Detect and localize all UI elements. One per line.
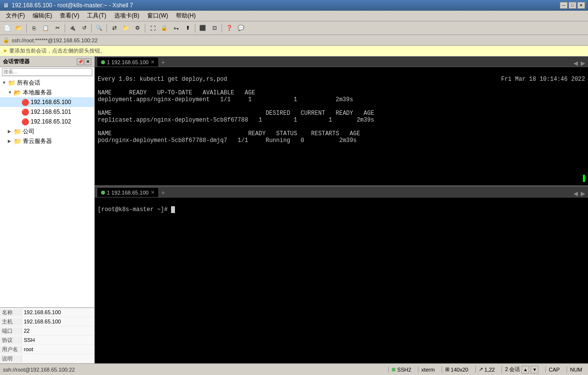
lower-tab-active[interactable]: 1 192.168.65.100 ✕ bbox=[97, 187, 159, 197]
upper-tab-close[interactable]: ✕ bbox=[151, 59, 155, 65]
copy-button[interactable]: ⎘ bbox=[29, 23, 39, 34]
menu-window[interactable]: 窗口(W) bbox=[143, 11, 172, 21]
lower-tab-bar: 1 192.168.65.100 ✕ + ◀ ▶ bbox=[95, 187, 588, 197]
info-host-value: 192.168.65.100 bbox=[22, 319, 63, 324]
split-button[interactable]: ⊡ bbox=[209, 23, 220, 34]
tree-all-sessions[interactable]: ▼ 📁 所有会话 bbox=[0, 78, 94, 88]
h1-uptodate: UP-TO-DATE bbox=[157, 89, 192, 96]
lower-tab-add[interactable]: + bbox=[159, 188, 168, 197]
sftp-button[interactable]: 📁 bbox=[121, 23, 131, 34]
menu-help[interactable]: 帮助(H) bbox=[172, 11, 200, 21]
info-protocol-row: 协议 SSH bbox=[0, 336, 94, 345]
upper-tab-nav-left[interactable]: ◀ bbox=[572, 60, 579, 67]
lower-terminal: 1 192.168.65.100 ✕ + ◀ ▶ [root@k8s-maste… bbox=[95, 187, 588, 363]
menu-edit[interactable]: 编辑(E) bbox=[29, 11, 56, 21]
r3-age: 2m39s bbox=[339, 137, 357, 144]
tree-server-1[interactable]: 🔴 192.168.65.100 bbox=[0, 97, 94, 107]
open-button[interactable]: 📂 bbox=[14, 23, 24, 34]
lower-tab-label: 1 192.168.65.100 bbox=[107, 190, 149, 196]
server3-label: 192.168.65.102 bbox=[31, 118, 71, 125]
timestamp: Fri Mar 18 10:14:46 2022 bbox=[501, 76, 585, 83]
r2-ready: 1 bbox=[329, 117, 332, 124]
close-button[interactable]: ✕ bbox=[577, 2, 585, 9]
h2-current: CURRENT bbox=[301, 110, 325, 117]
layout-button[interactable]: ⬛ bbox=[197, 23, 208, 34]
upper-terminal-pane[interactable]: Every 1.0s: kubectl get deploy,rs,podFri… bbox=[95, 67, 588, 185]
header-row2: NAME DESIRED CURRENT READY AGE bbox=[98, 110, 374, 117]
status-position-text: 1,22 bbox=[484, 367, 495, 373]
sidebar-search-input[interactable] bbox=[2, 68, 92, 76]
info-username-value: root bbox=[22, 346, 35, 352]
upload-button[interactable]: ⬆ bbox=[182, 23, 193, 34]
info-name-row: 名称 192.168.65.100 bbox=[0, 308, 94, 317]
upper-tab-nav-right[interactable]: ▶ bbox=[580, 60, 586, 67]
transfer-button[interactable]: ⇄ bbox=[109, 23, 120, 34]
r1-available: 1 bbox=[294, 96, 297, 103]
toolbar-sep1 bbox=[26, 24, 27, 33]
paste-button[interactable]: 📋 bbox=[40, 23, 51, 34]
cut-button[interactable]: ✂ bbox=[52, 23, 63, 34]
scroll-indicator: ▐ bbox=[581, 175, 585, 182]
status-protocol: SSH2 bbox=[388, 367, 414, 373]
r3-name: pod/nginx-deployment-5cb8f67788-dmjq7 bbox=[98, 137, 227, 144]
qingyun-label: 青云服务器 bbox=[23, 137, 52, 145]
toolbar: 📄 📂 ⎘ 📋 ✂ 🔌 ↺ 🔍 ⇄ 📁 ⚙ ⛶ 🔒 🗝 ⬆ ⬛ ⊡ ❓ 💬 bbox=[0, 21, 588, 35]
tree-local-servers[interactable]: ▼ 📂 本地服务器 bbox=[0, 88, 94, 97]
menu-tools[interactable]: 工具(T) bbox=[83, 11, 110, 21]
upper-tab-active[interactable]: 1 192.168.65.100 ✕ bbox=[97, 57, 159, 67]
new-session-button[interactable]: 📄 bbox=[2, 23, 13, 34]
h1-name: NAME bbox=[98, 89, 112, 96]
status-num-text: NUM bbox=[570, 367, 582, 373]
lower-tab-close[interactable]: ✕ bbox=[151, 190, 155, 195]
toolbar-sep6 bbox=[195, 24, 195, 33]
empty-line2 bbox=[98, 103, 101, 110]
key-button[interactable]: 🗝 bbox=[171, 23, 181, 34]
upper-tab-add[interactable]: + bbox=[159, 58, 168, 67]
info-note-label: 说明 bbox=[0, 355, 22, 362]
info-protocol-label: 协议 bbox=[0, 337, 22, 344]
connect-button[interactable]: 🔌 bbox=[67, 23, 78, 34]
menu-file[interactable]: 文件(F) bbox=[2, 11, 29, 21]
window-title: 192.168.65.100 - root@k8s-master:~ - Xsh… bbox=[12, 2, 133, 9]
tree-qingyun[interactable]: ▶ 📁 青云服务器 bbox=[0, 136, 94, 146]
chat-button[interactable]: 💬 bbox=[236, 23, 246, 34]
h3-status: STATUS bbox=[276, 130, 297, 137]
sidebar-pin-button[interactable]: 📌 bbox=[77, 58, 84, 65]
title-bar-left: 🖥 192.168.65.100 - root@k8s-master:~ - X… bbox=[3, 2, 133, 9]
sessions-nav-up[interactable]: ▲ bbox=[521, 366, 529, 374]
info-port-label: 端口 bbox=[0, 327, 22, 335]
r1-uptodate: 1 bbox=[248, 96, 252, 103]
title-bar: 🖥 192.168.65.100 - root@k8s-master:~ - X… bbox=[0, 0, 588, 11]
menu-tabs[interactable]: 选项卡(B) bbox=[110, 11, 143, 21]
h2-desired: DESIRED bbox=[266, 110, 290, 117]
minimize-button[interactable]: ─ bbox=[560, 2, 568, 9]
lower-tab-nav-left[interactable]: ◀ bbox=[572, 190, 579, 197]
help-button[interactable]: ❓ bbox=[224, 23, 235, 34]
server2-icon: 🔴 bbox=[21, 108, 29, 116]
sidebar-header: 会话管理器 📌 ✕ bbox=[0, 56, 94, 67]
status-sessions-text: 2 会话 bbox=[505, 366, 520, 373]
tree-server-2[interactable]: 🔴 192.168.65.101 bbox=[0, 107, 94, 117]
lower-terminal-pane[interactable]: [root@k8s-master ~]# bbox=[95, 197, 588, 363]
data-row2: replicaset.apps/nginx-deployment-5cb8f67… bbox=[98, 117, 374, 124]
sessions-nav-down[interactable]: ▼ bbox=[531, 366, 538, 374]
status-bar: ssh://root@192.168.65.100:22 SSH2 xterm … bbox=[0, 363, 588, 375]
sidebar-close-button[interactable]: ✕ bbox=[85, 58, 91, 65]
info-name-label: 名称 bbox=[0, 309, 22, 316]
info-host-row: 主机 192.168.65.100 bbox=[0, 317, 94, 326]
tree-server-3[interactable]: 🔴 192.168.65.102 bbox=[0, 117, 94, 126]
info-name-value: 192.168.65.100 bbox=[22, 309, 63, 315]
fullscreen-button[interactable]: ⛶ bbox=[147, 23, 158, 34]
tab-status-indicator bbox=[101, 60, 105, 64]
search-button[interactable]: 🔍 bbox=[94, 23, 104, 34]
h2-name: NAME bbox=[98, 110, 112, 117]
tree-company[interactable]: ▶ 📁 公司 bbox=[0, 126, 94, 136]
settings-button[interactable]: ⚙ bbox=[132, 23, 143, 34]
info-note-row: 说明 bbox=[0, 354, 94, 363]
lower-tab-nav-right[interactable]: ▶ bbox=[580, 190, 586, 197]
r1-name: deployment.apps/nginx-deployment bbox=[98, 96, 209, 103]
reconnect-button[interactable]: ↺ bbox=[79, 23, 89, 34]
lock-button[interactable]: 🔒 bbox=[159, 23, 170, 34]
menu-view[interactable]: 查看(V) bbox=[56, 11, 83, 21]
maximize-button[interactable]: □ bbox=[569, 2, 576, 9]
